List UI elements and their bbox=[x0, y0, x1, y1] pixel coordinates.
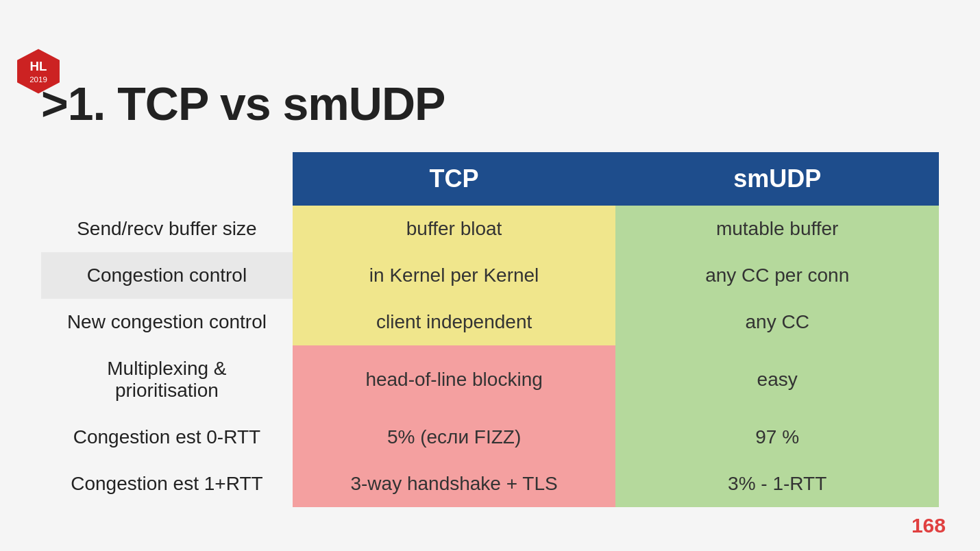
smudp-cell-0: mutable buffer bbox=[615, 206, 939, 252]
header-empty bbox=[41, 152, 293, 206]
tcp-cell-4: 5% (если FIZZ) bbox=[293, 414, 616, 461]
tcp-cell-0: buffer bloat bbox=[293, 206, 616, 252]
table-row: Congestion est 1+RTT3-way handshake + TL… bbox=[41, 461, 939, 507]
tcp-cell-3: head-of-line blocking bbox=[293, 345, 616, 414]
table-row: Congestion est 0-RTT5% (если FIZZ)97 % bbox=[41, 414, 939, 461]
table-row: New congestion controlclient independent… bbox=[41, 299, 939, 345]
table-row: Multiplexing & prioritisationhead-of-lin… bbox=[41, 345, 939, 414]
label-cell-0: Send/recv buffer size bbox=[41, 206, 293, 252]
label-cell-4: Congestion est 0-RTT bbox=[41, 414, 293, 461]
smudp-cell-2: any CC bbox=[615, 299, 939, 345]
tcp-cell-1: in Kernel per Kernel bbox=[293, 252, 616, 299]
label-cell-5: Congestion est 1+RTT bbox=[41, 461, 293, 507]
logo: HL 2019 bbox=[14, 47, 63, 96]
svg-text:2019: 2019 bbox=[29, 75, 47, 84]
header-tcp: TCP bbox=[293, 152, 616, 206]
header-smudp: smUDP bbox=[615, 152, 939, 206]
smudp-cell-5: 3% - 1-RTT bbox=[615, 461, 939, 507]
table-row: Send/recv buffer sizebuffer bloatmutable… bbox=[41, 206, 939, 252]
label-cell-2: New congestion control bbox=[41, 299, 293, 345]
tcp-cell-5: 3-way handshake + TLS bbox=[293, 461, 616, 507]
tcp-cell-2: client independent bbox=[293, 299, 616, 345]
page-title: >1. TCP vs smUDP bbox=[41, 77, 939, 130]
page-number: 168 bbox=[911, 514, 946, 537]
smudp-cell-1: any CC per conn bbox=[615, 252, 939, 299]
label-cell-3: Multiplexing & prioritisation bbox=[41, 345, 293, 414]
svg-text:HL: HL bbox=[30, 59, 47, 73]
table-row: Congestion controlin Kernel per Kernelan… bbox=[41, 252, 939, 299]
label-cell-1: Congestion control bbox=[41, 252, 293, 299]
smudp-cell-3: easy bbox=[615, 345, 939, 414]
smudp-cell-4: 97 % bbox=[615, 414, 939, 461]
comparison-table: TCP smUDP Send/recv buffer sizebuffer bl… bbox=[41, 152, 939, 507]
slide: HL 2019 >1. TCP vs smUDP TCP smUDP Send/… bbox=[0, 0, 980, 551]
